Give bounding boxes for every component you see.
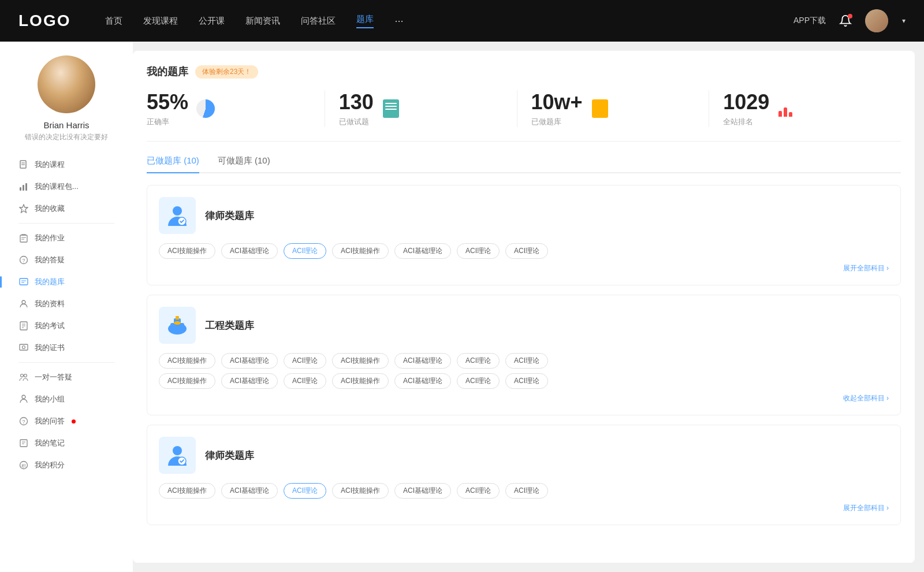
expand-btn-3[interactable]: 展开全部科目 › — [159, 503, 889, 513]
nav-questions[interactable]: 题库 — [356, 14, 374, 28]
user-avatar[interactable] — [865, 9, 888, 32]
sidebar-item-qa[interactable]: ? 我的答疑 — [9, 249, 124, 271]
sidebar-item-cert[interactable]: 我的证书 — [9, 337, 124, 359]
tag-3-5[interactable]: ACI理论 — [457, 483, 500, 499]
tab-done[interactable]: 已做题库 (10) — [147, 155, 199, 173]
sidebar-item-group[interactable]: 我的小组 — [9, 388, 124, 410]
tag-3-3[interactable]: ACI技能操作 — [332, 483, 389, 499]
svg-point-21 — [23, 346, 25, 349]
tag-2-r2-4[interactable]: ACI基础理论 — [394, 373, 451, 389]
sidebar-item-points[interactable]: 积 我的积分 — [9, 454, 124, 476]
avatar — [38, 55, 95, 113]
tab-available[interactable]: 可做题库 (10) — [218, 155, 270, 172]
tag-3-0[interactable]: ACI技能操作 — [159, 483, 215, 499]
done-b-value: 10w+ — [531, 90, 583, 114]
tag-2-4[interactable]: ACI基础理论 — [394, 353, 451, 369]
chart-icon — [18, 181, 29, 192]
collapse-btn-2[interactable]: 收起全部科目 › — [159, 393, 889, 403]
nav-news[interactable]: 新闻资讯 — [245, 16, 280, 27]
svg-rect-4 — [23, 185, 24, 191]
tag-2-3[interactable]: ACI技能操作 — [332, 353, 389, 369]
tag-1-5[interactable]: ACI理论 — [457, 243, 500, 259]
tag-1-4[interactable]: ACI基础理论 — [394, 243, 451, 259]
svg-rect-27 — [20, 440, 27, 447]
doc-green-icon — [381, 98, 401, 119]
accuracy-value-wrap: 55% 正确率 — [147, 90, 188, 127]
tag-2-r2-2[interactable]: ACI理论 — [284, 373, 326, 389]
app-download[interactable]: APP下载 — [793, 16, 826, 26]
tag-3-4[interactable]: ACI基础理论 — [394, 483, 451, 499]
one-on-one-icon — [18, 372, 29, 382]
sidebar-item-question-bank[interactable]: 我的题库 — [9, 271, 124, 293]
tag-2-1[interactable]: ACI基础理论 — [221, 353, 278, 369]
user-name: Brian Harris — [43, 120, 89, 130]
collapse-btn-2-text: 收起全部科目 — [843, 394, 885, 402]
notification-bell[interactable] — [837, 13, 854, 29]
bank-card-engineering: 工程类题库 ACI技能操作 ACI基础理论 ACI理论 ACI技能操作 ACI基… — [147, 295, 901, 415]
done-b-value-wrap: 10w+ 已做题库 — [531, 90, 583, 127]
svg-rect-12 — [20, 278, 28, 285]
course-pkg-label: 我的课程包... — [35, 181, 79, 192]
tag-3-1[interactable]: ACI基础理论 — [221, 483, 278, 499]
svg-point-37 — [174, 321, 181, 325]
bank-title-2: 工程类题库 — [205, 319, 254, 332]
engineering-icon — [159, 307, 196, 344]
stat-done-banks: 10w+ 已做题库 — [517, 90, 710, 127]
bank-title-1: 律师类题库 — [205, 209, 254, 222]
svg-marker-6 — [20, 205, 28, 213]
tag-3-2[interactable]: ACI理论 — [284, 483, 326, 499]
svg-point-22 — [21, 374, 24, 377]
bank-tags-2-row2: ACI技能操作 ACI基础理论 ACI理论 ACI技能操作 ACI基础理论 AC… — [159, 373, 889, 389]
trial-badge: 体验剩余23天！ — [195, 65, 258, 79]
points-icon: 积 — [18, 460, 29, 470]
tag-2-r2-0[interactable]: ACI技能操作 — [159, 373, 215, 389]
expand-btn-1[interactable]: 展开全部科目 › — [159, 263, 889, 273]
tag-2-6[interactable]: ACI理论 — [505, 353, 548, 369]
stats-row: 55% 正确率 130 已做试题 — [147, 90, 901, 142]
question-bank-icon — [18, 277, 29, 287]
nav-open-course[interactable]: 公开课 — [199, 16, 225, 27]
sidebar-item-one-on-one[interactable]: 一对一答疑 — [9, 366, 124, 388]
tag-1-2[interactable]: ACI理论 — [284, 243, 326, 259]
bank-card-header-2: 工程类题库 — [159, 307, 889, 344]
bank-card-header-1: 律师类题库 — [159, 197, 889, 234]
tag-1-1[interactable]: ACI基础理论 — [221, 243, 278, 259]
tag-1-3[interactable]: ACI技能操作 — [332, 243, 389, 259]
sidebar-item-profile[interactable]: 我的资料 — [9, 293, 124, 315]
nav-qa[interactable]: 问答社区 — [301, 16, 336, 27]
rank-value-wrap: 1029 全站排名 — [723, 90, 769, 127]
tag-2-r2-5[interactable]: ACI理论 — [457, 373, 500, 389]
profile-label: 我的资料 — [35, 299, 65, 309]
tag-2-r2-3[interactable]: ACI技能操作 — [332, 373, 389, 389]
sidebar-item-favorites[interactable]: 我的收藏 — [9, 198, 124, 220]
bank-tags-2-row1: ACI技能操作 ACI基础理论 ACI理论 ACI技能操作 ACI基础理论 AC… — [159, 353, 889, 369]
svg-point-23 — [24, 374, 27, 377]
qa-label: 我的答疑 — [35, 255, 65, 265]
nav-discover[interactable]: 发现课程 — [143, 16, 178, 27]
tag-3-6[interactable]: ACI理论 — [505, 483, 548, 499]
logo: LOGO — [18, 12, 70, 30]
nav-more[interactable]: ··· — [394, 15, 403, 27]
sidebar-item-notes[interactable]: 我的笔记 — [9, 432, 124, 454]
my-qa-label: 我的问答 — [35, 416, 65, 426]
expand-btn-3-text: 展开全部科目 — [843, 504, 885, 512]
tag-2-r2-1[interactable]: ACI基础理论 — [221, 373, 278, 389]
sidebar-item-my-qa[interactable]: ? 我的问答 — [9, 410, 124, 432]
bank-card-lawyer-2: 律师类题库 ACI技能操作 ACI基础理论 ACI理论 ACI技能操作 ACI基… — [147, 425, 901, 525]
user-dropdown-arrow[interactable]: ▾ — [902, 17, 906, 25]
stat-done-questions: 130 已做试题 — [325, 90, 517, 127]
sidebar-item-homework[interactable]: 我的作业 — [9, 227, 124, 249]
nav-home[interactable]: 首页 — [105, 16, 122, 27]
tag-2-5[interactable]: ACI理论 — [457, 353, 500, 369]
tag-2-0[interactable]: ACI技能操作 — [159, 353, 215, 369]
svg-point-15 — [22, 300, 25, 304]
tag-1-6[interactable]: ACI理论 — [505, 243, 548, 259]
sidebar-item-courses[interactable]: 我的课程 — [9, 154, 124, 176]
tag-2-2[interactable]: ACI理论 — [284, 353, 326, 369]
sidebar-item-course-pkg[interactable]: 我的课程包... — [9, 176, 124, 198]
tag-1-0[interactable]: ACI技能操作 — [159, 243, 215, 259]
tag-2-r2-6[interactable]: ACI理论 — [505, 373, 548, 389]
stat-accuracy: 55% 正确率 — [147, 90, 325, 127]
sidebar-item-exam[interactable]: 我的考试 — [9, 315, 124, 337]
accuracy-label: 正确率 — [147, 117, 188, 127]
